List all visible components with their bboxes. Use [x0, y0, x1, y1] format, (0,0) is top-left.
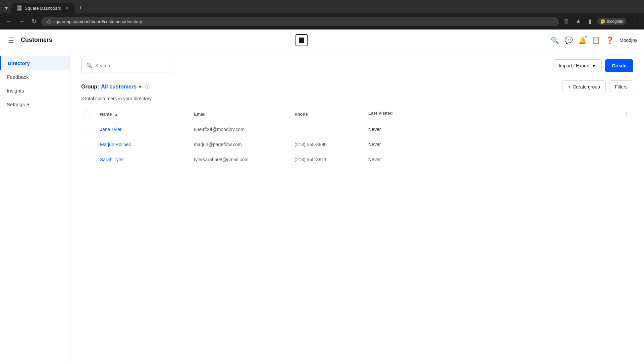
col-last-visited-label: Last Visited — [368, 111, 393, 116]
hamburger-button[interactable]: ☰ — [7, 35, 15, 46]
help-button[interactable]: ❓ — [606, 36, 614, 44]
more-options-button[interactable]: ⋮ — [630, 16, 640, 26]
create-label: Create — [612, 63, 627, 68]
content-toolbar: 🔍 Import / Export ▼ Create — [81, 59, 633, 72]
settings-chevron-icon: ▼ — [26, 102, 30, 107]
main-content: 🔍 Import / Export ▼ Create Group: All cu… — [70, 51, 644, 362]
customer-table-body: Jane Tyler 88e4fb0f@moodjoy.com Never Ma… — [81, 122, 633, 167]
search-button[interactable]: 🔍 — [551, 36, 559, 44]
group-row: Group: All customers ▼ ⓘ + Create group … — [81, 80, 633, 93]
browser-toolbar: ← → ↻ squareup.com/dashboard/customers/d… — [0, 13, 644, 29]
col-name-label: Name — [100, 112, 112, 117]
plus-icon: + — [568, 84, 571, 89]
row-email-1: marjun@pageflow.com — [189, 137, 289, 152]
col-last-visited-header: Last Visited + — [363, 107, 633, 122]
browser-toolbar-actions: 👁̸ ★ ▮ 🥱 Incognito ⋮ — [562, 16, 640, 26]
sidebar-item-settings[interactable]: Settings ▼ — [0, 98, 70, 111]
sidebar-item-directory[interactable]: Directory — [0, 56, 70, 70]
table-header: Name ▲ Email Phone Last Visited + — [81, 107, 633, 122]
row-phone-0 — [289, 122, 363, 137]
header-checkbox-cell — [81, 107, 95, 122]
col-email-label: Email — [194, 112, 206, 117]
add-column-button[interactable]: + — [624, 111, 628, 118]
sidebar: Directory Feedback Insights Settings ▼ — [0, 51, 70, 362]
forward-button[interactable]: → — [17, 17, 27, 26]
import-export-button[interactable]: Import / Export ▼ — [553, 59, 602, 72]
toolbar-right: Import / Export ▼ Create — [553, 59, 633, 72]
table-row[interactable]: Jane Tyler 88e4fb0f@moodjoy.com Never — [81, 122, 633, 137]
new-tab-button[interactable]: + — [76, 3, 85, 13]
user-name[interactable]: Moodjoy — [620, 38, 637, 43]
create-button[interactable]: Create — [605, 59, 633, 72]
tab-close-button[interactable]: ✕ — [65, 5, 69, 11]
customer-table: Name ▲ Email Phone Last Visited + — [81, 107, 633, 167]
row-phone-2: (213) 555-3911 — [289, 152, 363, 167]
app-header: ☰ Customers 🔍 💬 🔔 📋 ❓ Moodjoy — [0, 29, 644, 51]
row-name-2[interactable]: Sarah Tyler — [95, 152, 189, 167]
table-row[interactable]: Marjun Polinec marjun@pageflow.com (213)… — [81, 137, 633, 152]
svg-rect-0 — [48, 21, 50, 23]
col-phone-label: Phone — [294, 112, 308, 117]
group-label: Group: — [81, 84, 99, 90]
create-group-button[interactable]: + Create group — [562, 80, 606, 93]
row-last-visited-1: Never — [363, 137, 633, 152]
row-name-1[interactable]: Marjun Polinec — [95, 137, 189, 152]
app-body: Directory Feedback Insights Settings ▼ 🔍… — [0, 51, 644, 362]
row-name-0[interactable]: Jane Tyler — [95, 122, 189, 137]
header-logo — [58, 34, 545, 46]
clipboard-button[interactable]: 📋 — [592, 36, 600, 44]
row-email-0: 88e4fb0f@moodjoy.com — [189, 122, 289, 137]
notifications-button[interactable]: 🔔 — [578, 36, 587, 44]
lock-icon — [47, 19, 51, 24]
col-email-header: Email — [189, 107, 289, 122]
sidebar-item-feedback[interactable]: Feedback — [0, 70, 70, 84]
import-export-chevron-icon: ▼ — [592, 63, 596, 68]
eye-off-icon[interactable]: 👁̸ — [562, 17, 570, 26]
name-sort-icon: ▲ — [114, 112, 118, 116]
search-input[interactable] — [95, 63, 170, 68]
tab-list-button[interactable]: ▼ — [3, 4, 10, 12]
sidebar-item-feedback-label: Feedback — [7, 74, 29, 80]
back-button[interactable]: ← — [4, 17, 14, 26]
sidebar-item-directory-label: Directory — [8, 60, 30, 66]
notification-badge-dot — [585, 36, 587, 38]
search-box[interactable]: 🔍 — [81, 59, 175, 72]
square-logo-inner — [299, 38, 304, 43]
row-checkbox-1[interactable] — [84, 142, 89, 147]
sidebar-item-insights[interactable]: Insights — [0, 84, 70, 98]
row-last-visited-2: Never — [363, 152, 633, 167]
sidebar-item-settings-label: Settings — [7, 102, 25, 107]
browser-tabs: ▼ Square Dashboard ✕ + — [0, 0, 644, 13]
row-checkbox-cell-0 — [81, 122, 95, 137]
row-checkbox-2[interactable] — [84, 157, 89, 162]
filters-button[interactable]: Filters — [609, 80, 633, 93]
tab-title: Square Dashboard — [25, 6, 61, 11]
incognito-label: Incognito — [607, 19, 623, 24]
filters-label: Filters — [615, 84, 628, 89]
table-row[interactable]: Sarah Tyler tylersarah508@gmail.com (213… — [81, 152, 633, 167]
messages-button[interactable]: 💬 — [565, 36, 573, 44]
address-bar[interactable]: squareup.com/dashboard/customers/directo… — [41, 17, 559, 26]
row-last-visited-0: Never — [363, 122, 633, 137]
active-tab[interactable]: Square Dashboard ✕ — [11, 3, 75, 13]
row-checkbox-cell-2 — [81, 152, 95, 167]
group-dropdown-button[interactable]: All customers ▼ — [99, 84, 142, 90]
col-phone-header: Phone — [289, 107, 363, 122]
row-checkbox-0[interactable] — [84, 127, 89, 132]
sidebar-item-insights-label: Insights — [7, 88, 24, 94]
group-actions: + Create group Filters — [562, 80, 633, 93]
app-title: Customers — [21, 37, 52, 44]
refresh-button[interactable]: ↻ — [30, 16, 39, 26]
row-email-2: tylersarah508@gmail.com — [189, 152, 289, 167]
customer-count: 3 total customers in your directory — [81, 96, 633, 101]
row-checkbox-cell-1 — [81, 137, 95, 152]
group-chevron-down-icon: ▼ — [138, 84, 142, 89]
header-icons: 🔍 💬 🔔 📋 ❓ Moodjoy — [551, 36, 637, 44]
group-info-icon[interactable]: ⓘ — [145, 84, 150, 90]
profile-icon[interactable]: ▮ — [586, 16, 594, 26]
search-icon: 🔍 — [86, 63, 93, 69]
bookmark-icon[interactable]: ★ — [574, 16, 583, 26]
select-all-checkbox[interactable] — [84, 112, 89, 117]
create-group-label: Create group — [573, 84, 600, 89]
col-name-header[interactable]: Name ▲ — [95, 107, 189, 122]
